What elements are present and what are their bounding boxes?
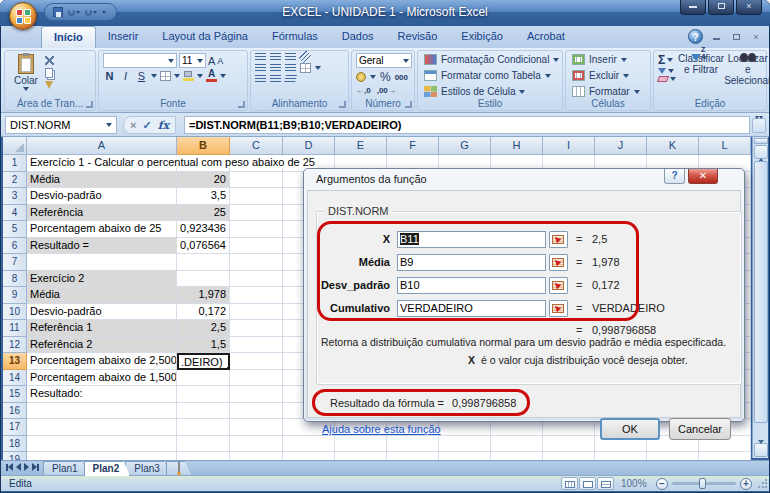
cell-c16[interactable] [230,403,283,420]
name-box[interactable]: DIST.NORM [5,116,117,134]
close-button[interactable]: × [736,0,762,15]
number-dialog-launcher-icon[interactable] [405,101,412,108]
underline-dropdown-icon[interactable] [151,74,157,78]
alignment-dialog-launcher-icon[interactable] [339,101,346,108]
insert-worksheet-tab[interactable] [166,461,192,476]
ok-button[interactable]: OK [600,418,660,440]
font-color-dropdown-icon[interactable] [220,74,226,78]
merge-dropdown-icon[interactable] [315,66,321,70]
argument-input[interactable]: B11 [397,231,546,248]
cell-b5[interactable]: 0,923436 [177,221,230,238]
cell-a18[interactable] [27,436,177,453]
cell-a9[interactable]: Média [27,287,177,304]
autosum-button[interactable]: Σ [658,54,676,66]
scroll-up-icon[interactable] [754,145,768,159]
function-help-link[interactable]: Ajuda sobre esta função [322,423,441,435]
cell-a7[interactable] [27,254,177,271]
range-selector-icon[interactable] [549,300,568,317]
cell-b10[interactable]: 0,172 [177,304,230,321]
row-header-5[interactable]: 5 [3,221,27,238]
last-sheet-icon[interactable] [32,463,39,471]
column-header-e[interactable]: E [335,137,387,155]
currency-dropdown-icon[interactable] [370,75,376,79]
italic-button[interactable]: I [119,70,132,82]
cell-b12[interactable]: 1,5 [177,337,230,354]
font-dialog-launcher-icon[interactable] [238,101,245,108]
formula-input[interactable]: =DIST.NORM(B11;B9;B10;VERDADEIRO) [184,116,750,134]
sheet-tab-plan1[interactable]: Plan1 [43,461,89,476]
cell-f19[interactable] [387,452,439,460]
font-color-icon[interactable]: A [206,70,217,82]
cell-b11[interactable]: 2,5 [177,320,230,337]
grow-font-icon[interactable]: A [208,55,215,67]
normal-view-icon[interactable] [561,477,578,490]
help-icon[interactable]: ? [688,29,703,44]
redo-icon[interactable] [85,9,97,16]
cell-j19[interactable] [595,452,647,460]
cell-f18[interactable] [387,436,439,453]
row-header-7[interactable]: 7 [3,254,27,271]
cell-b14[interactable] [177,370,230,387]
ribbon-tab-acrobat[interactable]: Acrobat [515,26,577,48]
select-all-corner[interactable] [3,137,27,155]
resize-grip-icon[interactable] [757,479,767,489]
cell-a14[interactable]: Porcentagem abaixo de 1,500 [27,370,177,387]
borders-dropdown-icon[interactable] [174,74,180,78]
cell-c8[interactable] [230,271,283,288]
cell-l19[interactable] [699,452,751,460]
workbook-minimize-button[interactable] [709,32,723,42]
row-header-15[interactable]: 15 [3,386,27,403]
cell-a17[interactable] [27,419,177,436]
cell-g19[interactable] [439,452,491,460]
cell-c15[interactable] [230,386,283,403]
row-header-19[interactable]: 19 [3,452,27,460]
argument-input[interactable]: B9 [397,254,546,271]
workbook-close-button[interactable]: × [749,32,763,42]
zoom-in-icon[interactable]: + [740,478,752,490]
cell-b16[interactable] [177,403,230,420]
delete-cells-button[interactable]: Excluir [566,67,650,83]
cell-d18[interactable] [283,436,335,453]
cell-c9[interactable] [230,287,283,304]
cell-c12[interactable] [230,337,283,354]
clipboard-dialog-launcher-icon[interactable] [86,101,93,108]
ribbon-tab-revis-o[interactable]: Revisão [386,26,450,48]
cancel-button[interactable]: Cancelar [669,418,731,440]
row-header-2[interactable]: 2 [3,172,27,189]
row-header-16[interactable]: 16 [3,403,27,420]
range-selector-icon[interactable] [549,231,568,248]
argument-input[interactable]: B10 [397,277,546,294]
insert-cells-button[interactable]: Inserir [566,51,650,67]
row-header-13[interactable]: 13 [3,353,27,370]
align-right-icon[interactable] [285,64,296,72]
column-header-i[interactable]: I [543,137,595,155]
row-header-3[interactable]: 3 [3,188,27,205]
argument-input[interactable]: VERDADEIRO [397,300,546,317]
vertical-scroll-thumb[interactable] [754,161,768,423]
merge-center-icon[interactable] [300,63,311,73]
cell-b13[interactable]: .DEIRO) [177,353,230,370]
cell-k19[interactable] [647,452,699,460]
scroll-down-icon[interactable] [754,443,768,457]
cell-styles-button[interactable]: Estilos de Célula [418,83,562,99]
next-sheet-icon[interactable] [24,463,29,471]
dialog-close-icon[interactable]: ✕ [688,169,718,184]
cell-d19[interactable] [283,452,335,460]
format-cells-button[interactable]: Formatar [566,83,650,99]
bold-button[interactable]: N [103,70,116,82]
cell-b4[interactable]: 25 [177,205,230,222]
cell-b19[interactable] [177,452,230,460]
paste-button[interactable]: Colar [9,53,43,98]
cell-b9[interactable]: 1,978 [177,287,230,304]
cell-c14[interactable] [230,370,283,387]
cell-c17[interactable] [230,419,283,436]
maximize-button[interactable] [708,0,734,15]
column-header-l[interactable]: L [699,137,751,155]
increase-indent-icon[interactable] [270,75,281,83]
cell-a12[interactable]: Referência 2 [27,337,177,354]
increase-decimal-icon[interactable]: ←,0 [356,86,371,95]
cell-b15[interactable] [177,386,230,403]
insert-function-icon[interactable]: fx [158,119,169,132]
cell-a15[interactable]: Resultado: [27,386,177,403]
sheet-tab-plan3[interactable]: Plan3 [125,461,171,476]
